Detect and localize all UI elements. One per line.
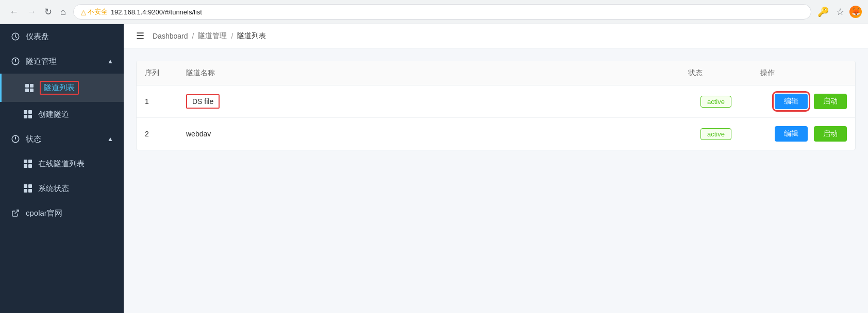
main-content: ☰ Dashboard / 隧道管理 / 隧道列表 序列 隧道名称 状态 操作	[124, 24, 868, 313]
sidebar: 仪表盘 隧道管理 ▲ 隧道列表 创建隧	[0, 24, 124, 313]
cell-status-1: active	[680, 85, 752, 118]
tunnel-table: 序列 隧道名称 状态 操作 1 DS file	[137, 61, 855, 150]
tunnel-name-highlighted: DS file	[186, 94, 220, 109]
sidebar-item-create-tunnel[interactable]: 创建隧道	[0, 102, 124, 127]
table-header-row: 序列 隧道名称 状态 操作	[137, 61, 855, 85]
nav-buttons: ← → ↻ ⌂	[6, 4, 69, 20]
sidebar-item-tunnel-list[interactable]: 隧道列表	[0, 74, 124, 102]
sidebar-item-dashboard-label: 仪表盘	[26, 32, 49, 42]
edit-button-2[interactable]: 编辑	[775, 126, 808, 142]
back-button[interactable]: ←	[6, 5, 22, 20]
chevron-up-icon-2: ▲	[107, 135, 113, 143]
breadcrumb-tunnel-mgmt[interactable]: 隧道管理	[198, 31, 227, 41]
menu-icon[interactable]: ☰	[136, 30, 144, 42]
cell-status-2: active	[680, 118, 752, 150]
col-header-name: 隧道名称	[178, 61, 680, 85]
security-warning-icon: △ 不安全	[81, 7, 108, 16]
sidebar-section-status-label: 状态	[26, 134, 41, 144]
profile-icon[interactable]: 🦊	[849, 6, 862, 18]
reload-button[interactable]: ↻	[41, 4, 55, 20]
sidebar-item-create-tunnel-label: 创建隧道	[38, 110, 69, 119]
cell-ops-1: 编辑 启动	[752, 85, 855, 118]
cell-ops-2: 编辑 启动	[752, 118, 855, 150]
status-circle-icon	[10, 134, 21, 144]
grid-icon-online-tunnels	[23, 159, 33, 169]
tunnel-table-container: 序列 隧道名称 状态 操作 1 DS file	[136, 61, 856, 150]
status-badge-2: active	[700, 128, 731, 140]
sidebar-item-online-tunnels[interactable]: 在线隧道列表	[0, 151, 124, 176]
bookmark-icon[interactable]: ☆	[834, 4, 846, 20]
forward-button[interactable]: →	[24, 5, 39, 20]
breadcrumb-dashboard[interactable]: Dashboard	[153, 32, 188, 40]
browser-chrome: ← → ↻ ⌂ △ 不安全 192.168.1.4:9200/#/tunnels…	[0, 0, 868, 24]
edit-button-1[interactable]: 编辑	[775, 94, 808, 109]
security-label: 不安全	[88, 7, 108, 16]
breadcrumb-current: 隧道列表	[237, 31, 266, 41]
table-row: 1 DS file active 编辑 启动	[137, 85, 855, 118]
status-badge-1: active	[700, 96, 731, 108]
circle-icon	[10, 56, 21, 66]
sidebar-item-dashboard[interactable]: 仪表盘	[0, 24, 124, 49]
start-button-1[interactable]: 启动	[814, 94, 847, 109]
breadcrumb-sep2: /	[231, 32, 233, 40]
cell-seq-1: 1	[137, 85, 178, 118]
url-text: 192.168.1.4:9200/#/tunnels/list	[111, 8, 202, 16]
topbar: ☰ Dashboard / 隧道管理 / 隧道列表	[124, 24, 868, 48]
cell-name-2: webdav	[178, 118, 680, 150]
sidebar-section-status[interactable]: 状态 ▲	[0, 127, 124, 151]
sidebar-item-system-status-label: 系统状态	[38, 184, 69, 194]
col-header-status: 状态	[680, 61, 752, 85]
chevron-up-icon: ▲	[107, 58, 113, 65]
content-area: 序列 隧道名称 状态 操作 1 DS file	[124, 48, 868, 313]
sidebar-item-cpolar-label: cpolar官网	[26, 208, 62, 218]
gauge-icon	[10, 31, 21, 42]
col-header-ops: 操作	[752, 61, 855, 85]
home-button[interactable]: ⌂	[57, 5, 69, 20]
app-container: 仪表盘 隧道管理 ▲ 隧道列表 创建隧	[0, 24, 868, 313]
sidebar-item-tunnel-list-label: 隧道列表	[40, 81, 79, 95]
cell-name-1: DS file	[178, 85, 680, 118]
sidebar-item-cpolar[interactable]: cpolar官网	[0, 201, 124, 225]
sidebar-section-tunnel-mgmt-label: 隧道管理	[26, 57, 57, 66]
grid-icon-create-tunnel	[23, 109, 33, 119]
start-button-2[interactable]: 启动	[814, 126, 847, 142]
table-row: 2 webdav active 编辑 启动	[137, 118, 855, 150]
address-bar[interactable]: △ 不安全 192.168.1.4:9200/#/tunnels/list	[73, 4, 811, 20]
external-link-icon	[10, 208, 21, 218]
grid-icon-system-status	[23, 183, 33, 194]
col-header-seq: 序列	[137, 61, 178, 85]
sidebar-item-system-status[interactable]: 系统状态	[0, 176, 124, 201]
browser-actions: 🔑 ☆ 🦊	[815, 4, 862, 20]
grid-icon-tunnel-list	[24, 83, 35, 93]
svg-line-3	[15, 210, 19, 214]
sidebar-item-online-tunnels-label: 在线隧道列表	[38, 159, 85, 169]
key-icon[interactable]: 🔑	[815, 4, 831, 20]
breadcrumb-sep1: /	[192, 32, 194, 40]
sidebar-section-tunnel-mgmt[interactable]: 隧道管理 ▲	[0, 49, 124, 74]
cell-seq-2: 2	[137, 118, 178, 150]
